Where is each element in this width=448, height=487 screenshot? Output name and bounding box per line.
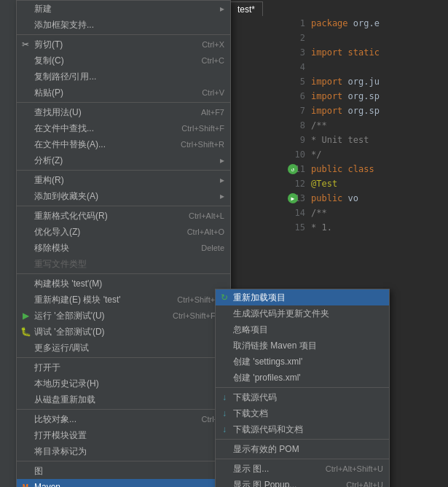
tab-bar: test*: [229, 0, 263, 16]
submenu-item-download-sources-docs[interactable]: ↓ 下载源代码和文档: [216, 421, 389, 437]
menu-item-build-module[interactable]: 构建模块 'test'(M): [17, 276, 230, 292]
submenu-separator-2: [216, 439, 389, 440]
submenu-item-download-docs[interactable]: ↓ 下载文档: [216, 405, 389, 421]
submenu-item-generate-sources[interactable]: 生成源代码并更新文件夹: [216, 305, 389, 322]
submenu-separator-3: [216, 459, 389, 459]
separator-5: [17, 273, 230, 274]
separator-2: [17, 102, 230, 103]
submenu-item-unlink-maven[interactable]: 取消链接 Maven 项目: [216, 338, 389, 354]
reload-project-icon: ↻: [219, 292, 230, 303]
menu-item-add-to-favorites[interactable]: 添加到收藏夹(A) ▸: [17, 188, 230, 204]
separator-6: [17, 357, 230, 358]
menu-item-cut[interactable]: ✂ 剪切(T) Ctrl+X: [17, 36, 230, 52]
menu-item-reformat[interactable]: 重新格式化代码(R) Ctrl+Alt+L: [17, 208, 230, 224]
menu-item-replace-in-file[interactable]: 在文件中替换(A)... Ctrl+Shift+R: [17, 136, 230, 152]
separator-4: [17, 206, 230, 206]
submenu-item-show-effective-pom[interactable]: 显示有效的 POM: [216, 441, 389, 457]
menu-item-debug-all-tests[interactable]: 🐛 调试 '全部测试'(D): [17, 324, 230, 340]
gutter-icon-11: ↺: [288, 164, 298, 174]
menu-item-open-in[interactable]: 打开于 ▸: [17, 359, 230, 375]
separator-1: [17, 34, 230, 35]
menu-item-find-in-file[interactable]: 在文件中查找... Ctrl+Shift+F: [17, 120, 230, 136]
menu-item-add-framework[interactable]: 添加框架支持...: [17, 17, 230, 33]
download-docs-icon: ↓: [219, 408, 230, 418]
tab-test[interactable]: test*: [229, 1, 263, 16]
submenu-item-show-diagram-popup[interactable]: 显示 图 Popup... Ctrl+Alt+U: [216, 477, 389, 487]
menu-item-new[interactable]: 新建 ▸: [17, 1, 230, 17]
menu-item-maven[interactable]: M Maven ▸: [17, 479, 230, 487]
menu-item-rewrite-file-type[interactable]: 重写文件类型: [17, 256, 230, 272]
menu-item-analyze[interactable]: 分析(Z) ▸: [17, 152, 230, 168]
submenu-separator-1: [216, 387, 389, 388]
menu-item-diagram[interactable]: 图: [17, 463, 230, 479]
gutter-icon-13: ▶: [288, 193, 298, 203]
submenu-item-reload-project[interactable]: ↻ 重新加载项目: [216, 289, 389, 305]
download-sources-icon: ↓: [219, 392, 230, 402]
download-sources-docs-icon: ↓: [219, 424, 230, 435]
menu-item-remove-module[interactable]: 移除模块 Delete: [17, 240, 230, 256]
submenu-item-download-sources[interactable]: ↓ 下载源代码: [216, 389, 389, 405]
menu-item-mark-directory[interactable]: 将目录标记为 ▸: [17, 443, 230, 459]
menu-item-find-usage[interactable]: 查找用法(U) Alt+F7: [17, 104, 230, 120]
run-icon: ▶: [20, 311, 31, 321]
cut-icon: ✂: [20, 39, 31, 50]
menu-item-rebuild[interactable]: 重新构建(E) 模块 'test' Ctrl+Shift+F9: [17, 292, 230, 308]
menu-item-optimize-import[interactable]: 优化导入(Z) Ctrl+Alt+O: [17, 224, 230, 240]
sidebar: [0, 0, 15, 487]
menu-item-refactor[interactable]: 重构(R) ▸: [17, 172, 230, 188]
menu-item-compare[interactable]: 比较对象... Ctrl+D: [17, 411, 230, 427]
menu-item-reload-from-disk[interactable]: 从磁盘重新加载: [17, 391, 230, 408]
submenu-item-create-settings[interactable]: 创建 'settings.xml': [216, 354, 389, 370]
menu-item-local-history[interactable]: 本地历史记录(H) ▸: [17, 375, 230, 391]
menu-item-copy[interactable]: 复制(C) Ctrl+C: [17, 52, 230, 69]
debug-icon: 🐛: [20, 327, 31, 337]
maven-submenu: ↻ 重新加载项目 生成源代码并更新文件夹 忽略项目 取消链接 Maven 项目 …: [215, 289, 390, 487]
maven-icon: M: [20, 483, 31, 488]
separator-7: [17, 409, 230, 410]
submenu-item-show-diagram[interactable]: 显示 图... Ctrl+Alt+Shift+U: [216, 461, 389, 477]
menu-item-copy-path[interactable]: 复制路径/引用...: [17, 69, 230, 85]
separator-3: [17, 170, 230, 171]
submenu-item-create-profiles[interactable]: 创建 'profiles.xml': [216, 370, 389, 386]
menu-item-more-run[interactable]: 更多运行/调试 ▸: [17, 340, 230, 356]
context-menu: 新建 ▸ 添加框架支持... ✂ 剪切(T) Ctrl+X 复制(C) Ctrl…: [16, 0, 231, 487]
menu-item-paste[interactable]: 粘贴(P) Ctrl+V: [17, 85, 230, 101]
menu-item-module-settings[interactable]: 打开模块设置 F4: [17, 427, 230, 443]
submenu-item-ignore-project[interactable]: 忽略项目: [216, 322, 389, 338]
menu-item-run-all-tests[interactable]: ▶ 运行 '全部测试'(U) Ctrl+Shift+F10: [17, 308, 230, 324]
separator-8: [17, 461, 230, 461]
